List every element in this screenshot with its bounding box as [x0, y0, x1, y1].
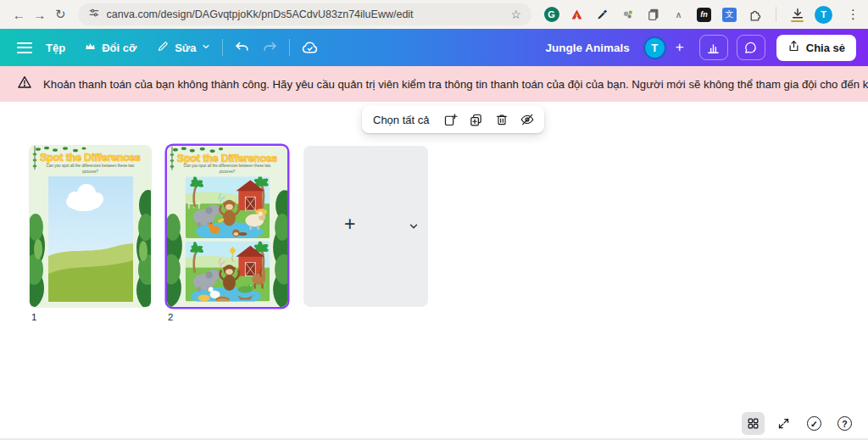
undo-button[interactable] — [234, 40, 250, 56]
browser-profile-avatar[interactable]: T — [815, 6, 832, 24]
share-button[interactable]: Chia sẻ — [776, 35, 856, 61]
toolbar-divider — [222, 39, 223, 56]
crown-icon — [84, 41, 97, 55]
design-title[interactable]: Jungle Animals — [545, 42, 629, 54]
thumb2-subtitle-line2: pictures? — [220, 170, 236, 174]
page-thumbnail-2-selected[interactable]: Spot the Differences Can you spot all th… — [167, 146, 287, 307]
redo-button[interactable] — [262, 40, 278, 56]
file-menu-label: Tệp — [46, 42, 65, 54]
add-page-card[interactable]: + — [303, 146, 428, 307]
extension-icons: G ʌ fn 文 — [543, 6, 860, 24]
eyedropper-extension-icon[interactable] — [594, 7, 610, 23]
download-progress-bar — [791, 20, 804, 22]
thumb2-subtitle-line1: Can you spot all the differences between… — [184, 164, 271, 168]
add-page-plus-button[interactable]: + — [344, 214, 355, 234]
translate-extension-icon[interactable]: 文 — [721, 7, 737, 23]
thumb1-title: Spot the Differences — [40, 152, 141, 164]
caret-extension-icon[interactable]: ʌ — [670, 7, 687, 23]
thumb1-subtitle-line2: pictures? — [82, 170, 98, 174]
toolbar-divider — [289, 39, 290, 56]
page-number-1: 1 — [31, 312, 36, 322]
delete-page-icon[interactable] — [490, 109, 514, 131]
comment-button[interactable] — [737, 35, 765, 60]
pencil-icon — [157, 40, 170, 55]
browser-back-icon[interactable]: ← — [8, 8, 30, 22]
thumb1-subtitle-line1: Can you spot all the differences between… — [47, 164, 135, 168]
select-all-button[interactable]: Chọn tất cả — [373, 114, 430, 126]
editor-toolbar: Tệp Đổi cỡ Sửa — [0, 29, 868, 66]
address-bar[interactable]: canva.com/design/DAGvqtpjoKk/pnDs5ACdvU8… — [78, 3, 531, 25]
misc-extension-icon[interactable] — [620, 7, 636, 23]
cloud-saved-icon[interactable] — [301, 39, 319, 57]
add-page-chevron-icon[interactable] — [408, 220, 420, 236]
insights-button[interactable] — [699, 35, 728, 60]
browser-reload-icon[interactable]: ↻ — [50, 7, 71, 22]
browser-toolbar: ← → ↻ canva.com/design/DAGvqtpjoKk/pnDs5… — [0, 0, 868, 29]
resize-button[interactable]: Đổi cỡ — [84, 41, 136, 55]
share-icon — [787, 40, 800, 55]
adobe-acrobat-extension-icon[interactable] — [569, 7, 585, 23]
warning-triangle-icon — [17, 75, 32, 93]
edit-mode-label: Sửa — [175, 42, 196, 54]
payment-warning-text: Khoản thanh toán của bạn không thành côn… — [43, 78, 868, 91]
chevron-down-icon — [201, 42, 211, 54]
fn-extension-icon[interactable]: fn — [696, 7, 712, 23]
duplicate-page-icon[interactable] — [465, 109, 488, 131]
page-number-2: 2 — [168, 312, 173, 322]
help-button[interactable]: ? — [833, 412, 856, 435]
downloads-icon[interactable] — [789, 7, 805, 23]
grammarly-extension-icon[interactable]: G — [543, 7, 559, 23]
page-grid-area: Chọn tất cả — [0, 102, 868, 440]
view-controls: ✓ ? — [742, 412, 856, 435]
grid-view-button[interactable] — [742, 412, 765, 435]
page-actions-toolbar: Chọn tất cả — [362, 106, 544, 133]
add-page-icon[interactable] — [439, 109, 463, 131]
question-icon: ? — [837, 416, 852, 431]
hide-page-icon[interactable] — [515, 109, 539, 131]
browser-menu-icon[interactable]: ⋮ — [847, 7, 860, 22]
site-settings-icon[interactable] — [88, 7, 100, 22]
check-icon: ✓ — [807, 416, 821, 431]
resize-label: Đổi cỡ — [102, 42, 136, 54]
toolbar-divider — [776, 7, 776, 22]
payment-warning-banner: Khoản thanh toán của bạn không thành côn… — [0, 66, 868, 102]
hamburger-menu-icon[interactable] — [17, 42, 32, 53]
url-text[interactable]: canva.com/design/DAGvqtpjoKk/pnDs5ACdvU8… — [107, 8, 504, 20]
file-menu-button[interactable]: Tệp — [46, 42, 65, 54]
add-member-button[interactable]: + — [669, 36, 691, 58]
browser-forward-icon[interactable]: → — [30, 8, 51, 22]
extensions-puzzle-icon[interactable] — [747, 7, 763, 23]
bookmark-star-icon[interactable]: ☆ — [510, 8, 521, 21]
thumb2-title: Spot the Differences — [177, 153, 277, 164]
share-label: Chia sẻ — [806, 42, 845, 54]
fullscreen-button[interactable] — [772, 412, 795, 435]
copy-pages-extension-icon[interactable] — [645, 7, 661, 23]
canva-editor-window: ← → ↻ canva.com/design/DAGvqtpjoKk/pnDs5… — [0, 0, 868, 440]
team-avatar[interactable]: T — [643, 36, 666, 59]
page-thumbnail-1[interactable]: Spot the Differences Can you spot all th… — [30, 146, 151, 307]
edit-mode-button[interactable]: Sửa — [157, 40, 211, 55]
status-check-button[interactable]: ✓ — [803, 412, 826, 435]
